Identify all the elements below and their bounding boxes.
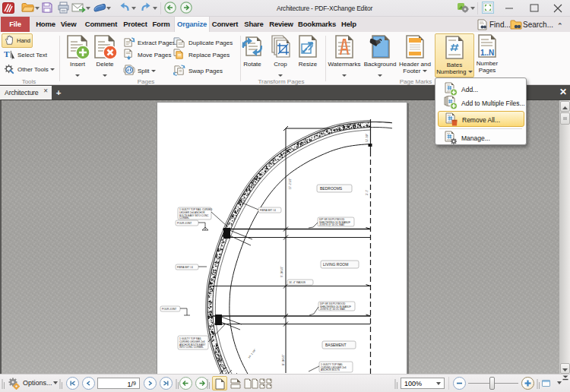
svg-text:8'- 10 1/2": 8'- 10 1/2" <box>282 355 285 365</box>
svg-text:JOISTS @ 16 OC MAX: JOISTS @ 16 OC MAX <box>319 223 345 226</box>
svg-text:12'- 10": 12'- 10" <box>366 134 369 142</box>
svg-text:FIBRA SET #4: FIBRA SET #4 <box>260 209 276 212</box>
svg-text:10'- 1 7/8": 10'- 1 7/8" <box>248 349 257 359</box>
svg-text:LIVING ROOM: LIVING ROOM <box>323 262 348 267</box>
svg-text:POUR JOINT: POUR JOINT <box>162 308 176 311</box>
svg-text:3'- 1": 3'- 1" <box>366 190 369 195</box>
svg-text:BASEMENT: BASEMENT <box>325 343 347 347</box>
svg-text:FIBRA SET #4: FIBRA SET #4 <box>177 266 193 269</box>
svg-text:1..N: 1..N <box>480 49 494 57</box>
svg-text:CORBEL: CORBEL <box>179 217 189 220</box>
svg-text:16'- 4" RADIUS: 16'- 4" RADIUS <box>289 281 306 284</box>
svg-text:JOISTS @ 16 OC MAX: JOISTS @ 16 OC MAX <box>320 308 346 311</box>
svg-text:9'- 10 1/2": 9'- 10 1/2" <box>280 267 283 277</box>
svg-text:BEDROOMS: BEDROOMS <box>320 186 343 191</box>
svg-text:INTO CONC CORBEL: INTO CONC CORBEL <box>179 346 204 349</box>
svg-text:ANCHOR BOLTS: ANCHOR BOLTS <box>321 368 340 371</box>
svg-text:POUR JOINT: POUR JOINT <box>177 222 192 225</box>
svg-text:T: T <box>4 49 10 58</box>
svg-text:17'- 2 1/2": 17'- 2 1/2" <box>289 179 292 189</box>
